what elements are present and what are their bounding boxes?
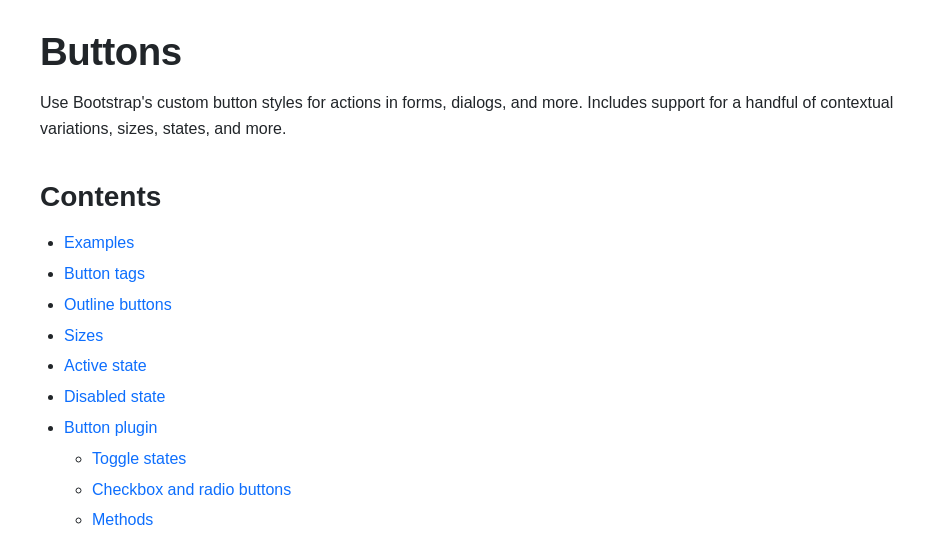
link-methods[interactable]: Methods	[92, 511, 153, 528]
list-item: Methods	[92, 506, 907, 535]
contents-heading: Contents	[40, 181, 907, 213]
list-item: Disabled state	[64, 383, 907, 412]
page-title: Buttons	[40, 30, 907, 74]
link-examples[interactable]: Examples	[64, 234, 134, 251]
link-checkbox-radio[interactable]: Checkbox and radio buttons	[92, 481, 291, 498]
contents-list: Examples Button tags Outline buttons Siz…	[40, 229, 907, 535]
list-item: Button tags	[64, 260, 907, 289]
link-button-tags[interactable]: Button tags	[64, 265, 145, 282]
link-sizes[interactable]: Sizes	[64, 327, 103, 344]
link-active-state[interactable]: Active state	[64, 357, 147, 374]
sub-list: Toggle states Checkbox and radio buttons…	[64, 445, 907, 535]
link-outline-buttons[interactable]: Outline buttons	[64, 296, 172, 313]
link-disabled-state[interactable]: Disabled state	[64, 388, 165, 405]
list-item: Examples	[64, 229, 907, 258]
list-item: Checkbox and radio buttons	[92, 476, 907, 505]
page-description: Use Bootstrap's custom button styles for…	[40, 90, 907, 141]
list-item: Button plugin Toggle states Checkbox and…	[64, 414, 907, 535]
list-item: Sizes	[64, 322, 907, 351]
list-item: Toggle states	[92, 445, 907, 474]
list-item: Outline buttons	[64, 291, 907, 320]
link-button-plugin[interactable]: Button plugin	[64, 419, 157, 436]
link-toggle-states[interactable]: Toggle states	[92, 450, 186, 467]
list-item: Active state	[64, 352, 907, 381]
